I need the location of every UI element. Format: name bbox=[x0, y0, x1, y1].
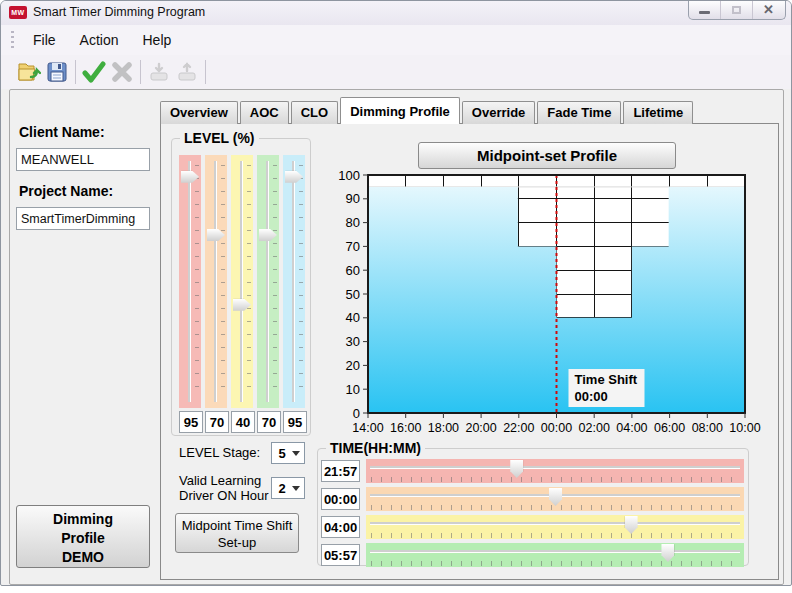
app-logo-icon: MW bbox=[9, 6, 27, 19]
time-sliders bbox=[318, 449, 748, 565]
level-value-1[interactable] bbox=[179, 411, 203, 433]
chart-wrapper: 010203040506070809010014:0016:0018:0020:… bbox=[328, 169, 768, 439]
level-value-5[interactable] bbox=[283, 411, 307, 433]
read-driver-icon bbox=[173, 59, 201, 85]
slider-groove bbox=[370, 550, 740, 553]
slider-ticks bbox=[371, 477, 739, 482]
toolbar bbox=[1, 55, 791, 89]
app-window: MW Smart Timer Dimming Program ✕ FileAct… bbox=[0, 0, 792, 586]
menu-items: FileActionHelp bbox=[21, 25, 183, 52]
level-stage-select[interactable]: 5 bbox=[271, 442, 305, 464]
tab-clo[interactable]: CLO bbox=[291, 101, 338, 124]
device-arrow-glyph bbox=[147, 61, 171, 83]
slider-groove bbox=[292, 161, 295, 402]
save-file-icon[interactable] bbox=[43, 59, 71, 85]
time-slider-1[interactable] bbox=[366, 459, 744, 483]
time-value-3[interactable] bbox=[321, 516, 360, 538]
slider-ticks bbox=[221, 165, 225, 398]
level-stage-label: LEVEL Stage: bbox=[179, 446, 260, 461]
x-axis-label: 18:00 bbox=[428, 421, 459, 435]
project-name-input[interactable] bbox=[16, 207, 150, 230]
level-value-3[interactable] bbox=[231, 411, 255, 433]
level-value-4[interactable] bbox=[257, 411, 281, 433]
time-slider-4[interactable] bbox=[366, 543, 744, 567]
y-axis-label: 100 bbox=[338, 169, 360, 183]
time-slider-thumb-4[interactable] bbox=[661, 544, 674, 562]
slider-ticks bbox=[371, 505, 739, 510]
confirm-check-icon[interactable] bbox=[80, 59, 108, 85]
chevron-down-icon bbox=[292, 451, 300, 456]
toolbar-separator bbox=[205, 60, 206, 84]
write-driver-icon bbox=[145, 59, 173, 85]
y-axis-label: 50 bbox=[346, 287, 360, 302]
x-axis-label: 08:00 bbox=[692, 421, 723, 435]
time-row-4 bbox=[318, 543, 748, 567]
slider-ticks bbox=[371, 533, 739, 538]
menu-help[interactable]: Help bbox=[130, 28, 183, 52]
open-file-icon[interactable] bbox=[15, 59, 43, 85]
tab-overview[interactable]: Overview bbox=[160, 101, 238, 124]
slider-ticks bbox=[273, 165, 277, 398]
level-value-2[interactable] bbox=[205, 411, 229, 433]
tab-fade-time[interactable]: Fade Time bbox=[537, 101, 621, 124]
x-axis-label: 22:00 bbox=[503, 421, 534, 435]
y-axis-label: 90 bbox=[346, 191, 360, 206]
slider-groove bbox=[188, 161, 191, 402]
dimming-profile-demo-button[interactable]: Dimming Profile DEMO bbox=[16, 505, 150, 568]
x-axis-label: 16:00 bbox=[390, 421, 421, 435]
time-row-1 bbox=[318, 459, 748, 483]
close-button[interactable]: ✕ bbox=[753, 1, 785, 19]
toolbar-grip[interactable] bbox=[11, 31, 14, 49]
level-slider-1[interactable] bbox=[179, 155, 201, 408]
time-value-2[interactable] bbox=[321, 488, 360, 510]
valid-learning-select[interactable]: 2 bbox=[271, 477, 305, 499]
main-panel: Client Name: Project Name: Dimming Profi… bbox=[9, 89, 784, 585]
tab-override[interactable]: Override bbox=[462, 101, 535, 124]
tab-panel-dimming-profile: LEVEL (%) LEVEL Stage: 5 Valid Learning … bbox=[160, 123, 779, 580]
level-slider-4[interactable] bbox=[257, 155, 279, 408]
tab-aoc[interactable]: AOC bbox=[240, 101, 289, 124]
y-axis-label: 70 bbox=[346, 239, 360, 254]
level-groupbox: LEVEL (%) bbox=[171, 138, 311, 436]
project-name-label: Project Name: bbox=[19, 183, 113, 199]
y-axis-label: 30 bbox=[346, 334, 360, 349]
y-axis-label: 20 bbox=[346, 358, 360, 373]
floppy-glyph bbox=[46, 61, 68, 83]
time-slider-2[interactable] bbox=[366, 487, 744, 511]
time-value-4[interactable] bbox=[321, 544, 360, 566]
time-value-1[interactable] bbox=[321, 460, 360, 482]
open-folder-glyph bbox=[17, 61, 41, 83]
maximize-button bbox=[721, 1, 753, 19]
slider-groove bbox=[240, 161, 243, 402]
tab-dimming-profile[interactable]: Dimming Profile bbox=[340, 97, 460, 124]
level-slider-5[interactable] bbox=[283, 155, 305, 408]
y-axis-label: 80 bbox=[346, 215, 360, 230]
level-group-title: LEVEL (%) bbox=[180, 130, 259, 146]
minimize-icon bbox=[699, 11, 710, 14]
toolbar-separator bbox=[75, 60, 76, 84]
time-groupbox: TIME(HH:MM) bbox=[317, 448, 749, 566]
level-slider-3[interactable] bbox=[231, 155, 253, 408]
y-axis-label: 0 bbox=[353, 406, 360, 421]
time-slider-thumb-3[interactable] bbox=[625, 516, 638, 534]
x-axis-label: 20:00 bbox=[465, 421, 496, 435]
slider-groove bbox=[370, 522, 740, 525]
chevron-down-icon bbox=[292, 486, 300, 491]
time-slider-thumb-1[interactable] bbox=[510, 460, 523, 478]
tab-lifetime[interactable]: Lifetime bbox=[623, 101, 693, 124]
time-row-3 bbox=[318, 515, 748, 539]
time-slider-thumb-2[interactable] bbox=[549, 488, 562, 506]
midpoint-set-profile-button[interactable]: Midpoint-set Profile bbox=[418, 142, 676, 169]
level-slider-2[interactable] bbox=[205, 155, 227, 408]
device-arrow-glyph bbox=[175, 61, 199, 83]
menu-action[interactable]: Action bbox=[68, 28, 131, 52]
window-controls: ✕ bbox=[688, 1, 786, 20]
check-glyph bbox=[82, 61, 106, 83]
client-name-input[interactable] bbox=[16, 148, 150, 171]
midpoint-time-shift-setup-button[interactable]: Midpoint Time Shift Set-up bbox=[175, 513, 299, 553]
menu-file[interactable]: File bbox=[21, 28, 68, 52]
minimize-button[interactable] bbox=[689, 1, 721, 19]
x-axis-label: 14:00 bbox=[352, 421, 383, 435]
time-slider-3[interactable] bbox=[366, 515, 744, 539]
y-axis-label: 40 bbox=[346, 310, 360, 325]
